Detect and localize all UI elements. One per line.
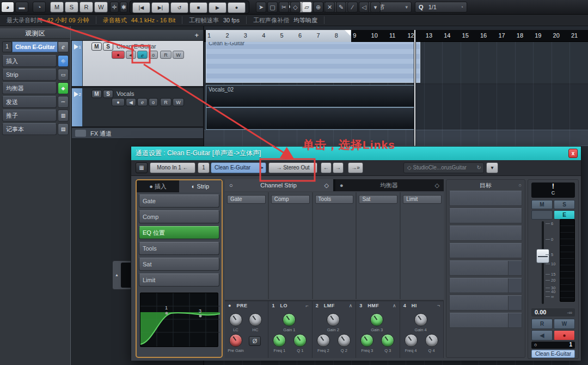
- draw-tool[interactable]: ✎: [336, 2, 346, 13]
- solo-button[interactable]: S: [103, 90, 113, 98]
- gain-4-knob[interactable]: [414, 313, 427, 326]
- fader-icon[interactable]: ▥: [58, 110, 69, 121]
- q-4-knob[interactable]: [425, 334, 438, 347]
- mute-button[interactable]: M: [91, 90, 102, 98]
- track-name[interactable]: Clean E-Guitar: [117, 43, 156, 50]
- write-automation-button[interactable]: W: [554, 319, 575, 329]
- inspector-section-2[interactable]: Strip▭: [2, 69, 69, 81]
- record-button[interactable]: ●: [228, 2, 246, 13]
- monitor-button[interactable]: ◀: [126, 98, 136, 106]
- audio-event-vocals[interactable]: Vocals_02: [206, 85, 415, 130]
- strip-module-eq-位置[interactable]: EQ 位置: [139, 226, 219, 239]
- volume-value[interactable]: 0.00: [535, 309, 546, 315]
- listen-button[interactable]: [531, 210, 553, 220]
- line-tool[interactable]: ∕: [347, 2, 358, 13]
- pre-gain-knob[interactable]: [229, 334, 242, 347]
- edit-channel-button[interactable]: e: [58, 41, 69, 52]
- strip-column-header[interactable]: Comp: [271, 195, 310, 204]
- preset-field[interactable]: ◇ StudioCle...orusGuitar ↻: [403, 162, 484, 173]
- view-options-icon[interactable]: ▦: [136, 162, 148, 173]
- split-tool[interactable]: ✂: [279, 2, 289, 13]
- inspector-section-1[interactable]: 插入⎆: [2, 55, 69, 67]
- track-row-vocals[interactable]: 2 M S Vocals ● ◀ e o R W: [72, 88, 203, 127]
- strip-module-gate[interactable]: Gate: [139, 194, 219, 208]
- write-automation-button[interactable]: W: [173, 51, 184, 59]
- mute-button[interactable]: M: [531, 200, 553, 209]
- freq-1-knob[interactable]: [273, 334, 286, 347]
- mute-button[interactable]: M: [91, 42, 102, 51]
- inserts-icon[interactable]: ⎆: [58, 55, 69, 67]
- star-icon[interactable]: ✱: [120, 2, 127, 13]
- channel-name-field[interactable]: Clean E-Guitar▸: [211, 162, 266, 173]
- input-routing-button[interactable]: Mono In 1 ←: [150, 162, 195, 173]
- strip-column-header[interactable]: Sat: [359, 195, 397, 204]
- notepad-icon[interactable]: ▤: [58, 123, 69, 135]
- crosshair-icon[interactable]: ✛: [110, 2, 119, 13]
- destination-slot-sub[interactable]: [508, 296, 522, 310]
- track-row-clean-e-guitar[interactable]: 1 M S Clean E-Guitar ● ◀ e o R W: [72, 41, 203, 87]
- eq-curve-display[interactable]: 1 3: [140, 293, 218, 347]
- destination-slot-7[interactable]: [449, 295, 522, 311]
- strip-module-limit[interactable]: Limit: [139, 273, 219, 287]
- destination-slot-8[interactable]: [449, 313, 522, 328]
- range-selection-tool[interactable]: ▢: [267, 2, 278, 13]
- solo-button[interactable]: S: [554, 200, 575, 209]
- destination-slot-2[interactable]: [449, 208, 522, 223]
- nav-next-channel-button[interactable]: →: [333, 162, 344, 173]
- phase-button[interactable]: Ø: [249, 336, 261, 346]
- strip-column-header[interactable]: Gate: [227, 195, 266, 204]
- scroll-thumb[interactable]: [121, 263, 132, 288]
- section-label[interactable]: Strip: [2, 69, 57, 81]
- section-label[interactable]: 推子: [2, 110, 57, 121]
- cycle-button[interactable]: ↺: [170, 2, 188, 13]
- strip-module-tools[interactable]: Tools: [139, 242, 219, 255]
- strip-module-comp[interactable]: Comp: [139, 210, 219, 223]
- destination-slot-sub[interactable]: [508, 261, 522, 275]
- lc-knob[interactable]: [229, 313, 242, 326]
- edit-channel-settings-button[interactable]: e: [137, 51, 148, 59]
- fx-channel-folder[interactable]: FX 通道: [72, 128, 203, 139]
- read-automation-button[interactable]: R: [160, 98, 171, 106]
- mute-tool[interactable]: ✕: [324, 2, 335, 13]
- freq-2-knob[interactable]: [317, 334, 330, 347]
- playhead-cursor[interactable]: [414, 30, 415, 146]
- listen-button[interactable]: o: [149, 51, 158, 59]
- freq-4-knob[interactable]: [405, 334, 418, 347]
- automation-s-button[interactable]: S: [65, 2, 78, 13]
- inspector-track-row[interactable]: 1 Clean E-Guitar▸ e: [2, 41, 69, 52]
- dialog-title-bar[interactable]: 通道设置 : Clean E-Guitar [单声道->立体声]: [131, 147, 581, 160]
- tab-strip[interactable]: ◐ Strip: [179, 180, 222, 192]
- tab-channel-strip[interactable]: ○ Channel Strip ◇: [225, 179, 333, 191]
- record-enable-button[interactable]: ●: [112, 51, 125, 59]
- read-automation-button[interactable]: R: [531, 319, 553, 329]
- inspector-section-6[interactable]: 记事本▤: [2, 123, 69, 135]
- channel-name-tag[interactable]: Clean E-Guitar: [531, 350, 575, 358]
- tab-equalizer[interactable]: ● 均衡器 ◇: [335, 179, 444, 191]
- inspector-section-3[interactable]: 均衡器◆: [2, 82, 69, 94]
- destination-slot-5[interactable]: [449, 260, 522, 276]
- q-2-knob[interactable]: [338, 334, 351, 347]
- sends-icon[interactable]: ⎓: [58, 96, 69, 108]
- equalizer-icon[interactable]: ◆: [58, 82, 69, 94]
- read-automation-button[interactable]: R: [160, 51, 171, 59]
- zoom-tool[interactable]: ⊕: [313, 2, 323, 13]
- destination-slot-3[interactable]: [449, 226, 522, 241]
- section-label[interactable]: 发送: [2, 96, 57, 108]
- section-label[interactable]: 记事本: [2, 123, 57, 135]
- strip-column-header[interactable]: Tools: [315, 195, 354, 204]
- destination-slot-sub[interactable]: [508, 313, 522, 327]
- hc-knob[interactable]: [249, 313, 262, 326]
- pan-control[interactable]: ! C: [531, 182, 575, 198]
- edit-channel-settings-button[interactable]: e: [137, 98, 148, 106]
- activity-icon[interactable]: ◕: [1, 2, 14, 13]
- copy-settings-button[interactable]: →»: [348, 162, 363, 173]
- quantize-dropdown[interactable]: Q 1/1 ◔: [415, 2, 467, 13]
- destination-slot-6[interactable]: [449, 278, 522, 293]
- glue-tool[interactable]: ◇: [290, 2, 301, 13]
- destination-slot-sub[interactable]: [508, 278, 522, 293]
- destination-slot-4[interactable]: [449, 243, 522, 258]
- close-icon[interactable]: x: [568, 149, 578, 158]
- inspector-track-name[interactable]: Clean E-Guitar▸: [12, 41, 58, 52]
- gain-3-knob[interactable]: [370, 313, 383, 326]
- strip-icon[interactable]: ▭: [58, 69, 69, 81]
